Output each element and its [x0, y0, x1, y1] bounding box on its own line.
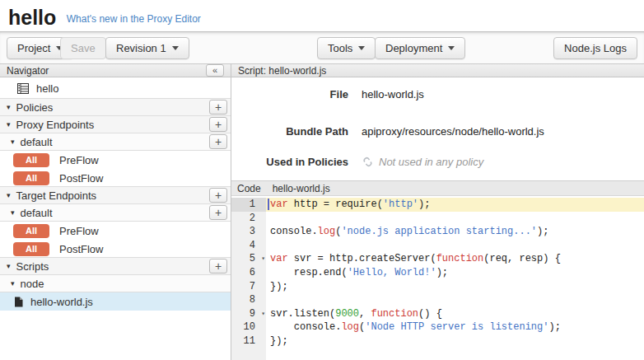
deployment-dropdown[interactable]: Deployment — [375, 37, 465, 59]
nav-item-label: PostFlow — [59, 172, 103, 185]
nav-item-hello-world-js[interactable]: hello-world.js — [0, 292, 231, 311]
chevron-down-icon — [358, 46, 365, 50]
token-plain: ); — [418, 199, 430, 210]
gutter-line-number: 5▾ — [231, 252, 266, 266]
nav-item-default[interactable]: ▾default+ — [0, 203, 231, 222]
token-keyword: var — [270, 199, 288, 210]
token-number: 9000 — [335, 308, 359, 320]
token-string: 'Hello, World!' — [348, 267, 436, 278]
expand-arrow-icon[interactable]: ▾ — [7, 103, 11, 111]
code-editor[interactable]: 12345▾6789▾1011 var http = require('http… — [231, 196, 644, 360]
editor-gutter: 12345▾6789▾1011 — [231, 198, 266, 360]
add-button[interactable]: + — [209, 100, 227, 115]
nav-item-label: hello-world.js — [30, 296, 93, 308]
gutter-line-number: 6 — [231, 266, 266, 280]
token-method: log — [318, 226, 336, 237]
gutter-line-number: 11 — [231, 334, 266, 348]
token-plain: }); — [270, 335, 288, 347]
code-line[interactable]: console.log('Node HTTP server is listeni… — [266, 320, 644, 334]
navigator-title: Navigator — [7, 65, 49, 77]
code-editor-header: Code hello-world.js — [231, 180, 644, 196]
nodejs-logs-button[interactable]: Node.js Logs — [553, 37, 637, 59]
gutter-line-number: 8 — [231, 293, 266, 307]
revision-dropdown[interactable]: Revision 1 — [105, 37, 189, 59]
nav-item-label: default — [21, 136, 53, 148]
detail-value: hello-world.js — [362, 88, 424, 101]
token-keyword: var — [270, 253, 288, 264]
expand-arrow-icon[interactable]: ▾ — [7, 191, 11, 199]
add-button[interactable]: + — [209, 188, 227, 203]
expand-arrow-icon[interactable]: ▾ — [11, 208, 15, 217]
text-cursor — [268, 199, 269, 210]
token-string: 'http' — [383, 199, 418, 210]
app-header: hello What's new in the Proxy Editor — [0, 0, 644, 31]
add-button[interactable]: + — [209, 134, 227, 149]
nav-item-label: Proxy Endpoints — [16, 119, 95, 131]
code-line[interactable]: }); — [266, 334, 644, 348]
detail-label: Bundle Path — [231, 125, 348, 138]
nav-item-label: PostFlow — [59, 243, 103, 255]
expand-arrow-icon[interactable]: ▾ — [7, 120, 11, 129]
nav-item-label: default — [21, 207, 53, 219]
save-button[interactable]: Save — [60, 37, 106, 59]
token-keyword: function — [436, 253, 484, 264]
code-line[interactable] — [266, 212, 644, 226]
nav-item-target-endpoints[interactable]: ▾Target Endpoints+ — [0, 186, 231, 204]
detail-label: Used in Policies — [231, 156, 348, 168]
add-button[interactable]: + — [209, 259, 227, 274]
chevron-down-icon — [172, 46, 179, 50]
code-line[interactable] — [266, 293, 644, 307]
project-dropdown-label: Project — [17, 42, 50, 54]
add-button[interactable]: + — [209, 117, 227, 132]
nav-item-hello[interactable]: hello — [0, 77, 231, 99]
code-line[interactable]: console.log('node.js application startin… — [266, 225, 644, 239]
expand-arrow-icon[interactable]: ▾ — [11, 279, 15, 288]
nav-item-postflow[interactable]: AllPostFlow — [0, 169, 231, 187]
nav-item-label: PreFlow — [59, 154, 99, 166]
code-line[interactable] — [266, 239, 644, 253]
navigator-panel: Navigator « hello▾Policies+▾Proxy Endpoi… — [0, 63, 231, 360]
token-plain: , — [359, 308, 371, 320]
nav-item-preflow[interactable]: AllPreFlow — [0, 222, 231, 240]
gutter-line-number: 10 — [231, 320, 266, 334]
add-button[interactable]: + — [209, 205, 227, 220]
tools-dropdown[interactable]: Tools — [317, 37, 376, 59]
code-line[interactable]: }); — [266, 280, 644, 294]
nav-item-node[interactable]: ▾node — [0, 274, 231, 292]
detail-value: apiproxy/resources/node/hello-world.js — [362, 125, 544, 138]
script-panel: Script: hello-world.js Filehello-world.j… — [231, 63, 644, 360]
fold-arrow-icon[interactable]: ▾ — [261, 252, 265, 266]
nav-item-scripts[interactable]: ▾Scripts+ — [0, 257, 231, 275]
editor-code-area[interactable]: var http = require('http');console.log('… — [266, 198, 644, 360]
expand-arrow-icon[interactable]: ▾ — [11, 138, 15, 146]
save-button-label: Save — [71, 42, 96, 54]
nav-item-preflow[interactable]: AllPreFlow — [0, 151, 231, 169]
nav-item-default[interactable]: ▾default+ — [0, 133, 231, 151]
token-string: 'Node HTTP server is listening' — [365, 321, 548, 333]
expand-arrow-icon[interactable]: ▾ — [7, 262, 11, 270]
collapse-panel-button[interactable]: « — [206, 64, 224, 77]
nav-item-postflow[interactable]: AllPostFlow — [0, 240, 231, 258]
script-details: Filehello-world.jsBundle Pathapiproxy/re… — [231, 77, 644, 180]
navigator-tree: hello▾Policies+▾Proxy Endpoints+▾default… — [0, 77, 231, 311]
proxy-overview-icon — [17, 83, 29, 94]
revision-dropdown-label: Revision 1 — [116, 42, 166, 54]
fold-arrow-icon[interactable]: ▾ — [261, 307, 265, 321]
nav-item-policies[interactable]: ▾Policies+ — [0, 98, 231, 116]
token-plain: () { — [418, 308, 442, 320]
code-line[interactable]: var svr = http.createServer(function(req… — [266, 252, 644, 266]
nav-item-label: Policies — [16, 101, 54, 114]
flow-condition-badge: All — [13, 171, 49, 185]
gutter-line-number: 2 — [231, 212, 266, 226]
token-string: 'node.js application starting...' — [341, 226, 537, 237]
code-line[interactable]: svr.listen(9000, function() { — [266, 307, 644, 321]
whats-new-link[interactable]: What's new in the Proxy Editor — [67, 13, 201, 25]
token-method: log — [341, 321, 359, 333]
nav-item-proxy-endpoints[interactable]: ▾Proxy Endpoints+ — [0, 115, 231, 133]
code-header-filename: hello-world.js — [273, 183, 330, 194]
code-line[interactable]: var http = require('http'); — [266, 198, 644, 212]
deployment-dropdown-label: Deployment — [385, 42, 442, 54]
detail-row-used-in-policies: Used in PoliciesNot used in any policy — [231, 156, 644, 168]
detail-label: File — [231, 88, 348, 101]
code-line[interactable]: resp.end('Hello, World!'); — [266, 266, 644, 280]
